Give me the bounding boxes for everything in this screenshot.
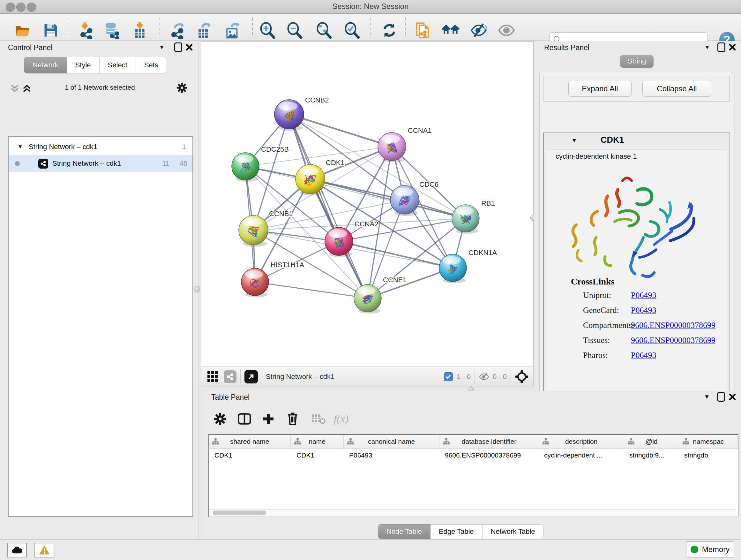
zoom-out-button[interactable] [285,21,304,40]
delete-column-button[interactable] [284,410,301,428]
table-cell[interactable]: CDK1 [291,449,343,462]
table-cell[interactable]: stringdb:9... [623,449,678,462]
open-session-button[interactable] [13,21,31,40]
navigator-crosshair-icon[interactable] [515,370,529,384]
column-header-shared-name[interactable]: shared name [209,435,291,448]
crosslink-label: Pharos: [583,351,608,360]
selected-checkbox[interactable] [444,372,453,381]
table-row[interactable]: CDK1CDK1P064939606.ENSP00000378699cyclin… [209,449,738,462]
table-cell[interactable]: 9606.ENSP00000378699 [439,449,538,462]
main-toolbar: ? [0,14,741,41]
column-header-namespac[interactable]: namespac [679,435,738,448]
crosslink-link[interactable]: P06493 [631,291,656,300]
network-node-count: 11 [162,159,170,168]
zoom-fit-button[interactable] [315,21,333,40]
tab-network[interactable]: Network [24,57,67,73]
show-all-button[interactable] [497,21,516,40]
column-header-name[interactable]: name [291,435,344,448]
table-settings-button[interactable] [211,410,229,428]
control-panel-menu-button[interactable]: ▼ [157,43,166,52]
grid-view-icon[interactable] [207,371,219,382]
zoom-selected-button[interactable] [343,21,361,40]
control-panel-close-button[interactable] [185,43,194,52]
export-network-button[interactable] [167,21,186,40]
hide-selected-button[interactable] [469,21,488,40]
crosslink-link[interactable]: 9606.ENSP00000378699 [631,335,716,345]
control-panel-float-button[interactable] [173,43,183,52]
memory-button[interactable]: Memory [686,542,734,557]
protein-collapse-icon[interactable]: ▼ [571,137,577,144]
tab-sets[interactable]: Sets [136,57,167,73]
collapse-all-button[interactable]: Collapse All [643,81,711,97]
network-list-header: 1 of 1 Network selected [8,80,192,96]
network-tree: ▼ String Network – cdk1 1 String Network… [8,136,193,517]
column-header-description[interactable]: description [539,435,624,448]
crosslink-link[interactable]: P06493 [631,306,656,315]
string-view-icon[interactable] [224,370,237,383]
save-session-button[interactable] [42,21,60,40]
memory-label: Memory [702,545,730,554]
table-cell[interactable]: stringdb [678,449,737,462]
left-splitter-handle[interactable] [194,286,200,293]
table-panel-menu-button[interactable]: ▼ [702,392,712,401]
expand-all-button[interactable]: Expand All [568,81,631,97]
network-collection-row[interactable]: ▼ String Network – cdk1 1 [9,138,192,155]
node-table-header: shared namenamecanonical namedatabase id… [209,435,738,449]
results-panel-close-button[interactable] [728,43,737,52]
results-panel-menu-button[interactable]: ▼ [702,43,712,52]
crosslink-link[interactable]: 9606.ENSP00000378699 [631,320,716,330]
hscrollbar-thumb[interactable] [212,510,266,515]
export-table-button[interactable] [194,21,213,40]
column-header-database-identifier[interactable]: database identifier [440,435,539,448]
show-columns-button[interactable] [235,410,253,428]
network-status-dot [15,161,20,166]
column-header-canonical-name[interactable]: canonical name [344,435,440,448]
function-builder-button[interactable]: f(x) [332,410,350,428]
import-network-file-button[interactable] [77,21,95,40]
svg-text:CCNB1: CCNB1 [269,210,293,218]
plus-icon [262,413,275,425]
protein-name: CDK1 [601,135,624,145]
open-in-new-window-icon[interactable] [245,370,258,383]
zoom-fit-icon [315,22,333,39]
tab-edge-table[interactable]: Edge Table [430,524,482,539]
table-cell[interactable]: CDK1 [209,449,291,462]
table-hscrollbar[interactable] [209,509,736,516]
table-panel-float-button[interactable] [716,392,726,401]
network-graph[interactable]: CCNB2CCNA1CDC25BCDK1CDC6RB1CCNB1CCNA2CDK… [201,42,533,367]
hidden-eye-icon[interactable] [479,371,489,382]
refresh-view-button[interactable] [380,21,399,40]
table-panel-close-button[interactable] [728,392,737,401]
network-overview-button[interactable] [441,21,460,40]
zoom-in-button[interactable] [258,21,277,40]
crosslink-label: Tissues: [583,335,610,345]
network-view-canvas[interactable]: CCNB2CCNA1CDC25BCDK1CDC6RB1CCNB1CCNA2CDK… [201,42,534,367]
table-cell[interactable]: cyclin-dependent ... [538,449,623,462]
tab-string[interactable]: String [620,55,654,68]
tab-node-table[interactable]: Node Table [378,524,430,539]
import-table-button[interactable] [131,21,149,40]
column-header--id[interactable]: @id [624,435,679,448]
results-panel-float-button[interactable] [717,43,726,52]
create-column-button[interactable] [259,410,277,428]
crosslink-link[interactable]: P06493 [631,351,656,360]
eye-icon [498,22,515,39]
import-network-database-button[interactable] [102,21,121,40]
close-icon [729,393,736,400]
export-image-button[interactable] [223,21,242,40]
export-image-icon [224,22,241,39]
table-cell[interactable]: P06493 [343,449,439,462]
status-bar: Memory [0,539,741,560]
tab-network-table[interactable]: Network Table [482,524,544,539]
gear-icon[interactable] [177,82,187,93]
crosslink-row: Uniprot:P06493 [547,291,726,301]
tab-select[interactable]: Select [99,57,136,73]
network-row-selected[interactable]: String Network – cdk1 11 48 [9,155,192,172]
tab-style[interactable]: Style [67,57,99,73]
warning-status-button[interactable] [35,543,54,557]
collection-expand-icon[interactable]: ▼ [17,144,23,150]
delete-table-button[interactable] [310,410,327,428]
database-icon [103,22,120,39]
clone-network-button[interactable] [414,21,432,40]
cloud-status-button[interactable] [7,543,27,557]
